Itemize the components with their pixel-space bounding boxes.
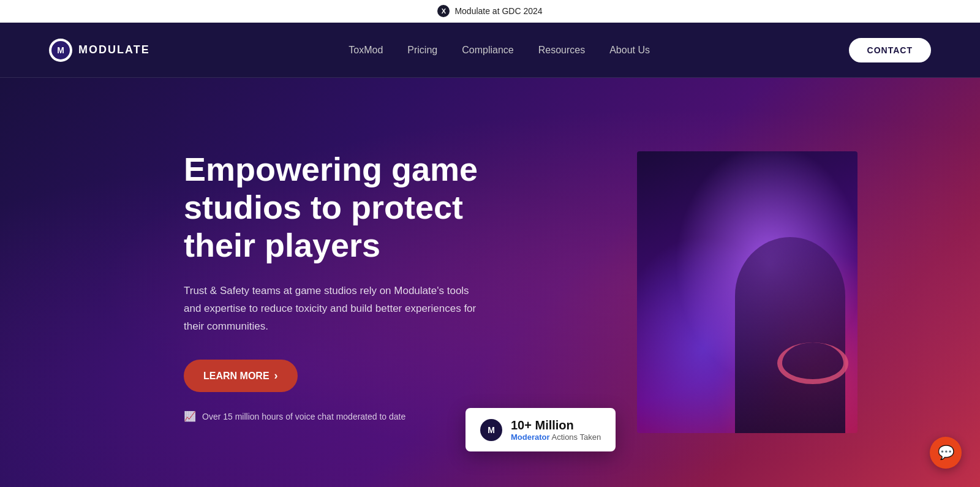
contact-button[interactable]: CONTACT bbox=[849, 38, 931, 62]
stats-number: 10+ Million bbox=[511, 418, 601, 432]
nav-link-toxmod[interactable]: ToxMod bbox=[349, 45, 383, 55]
arrow-icon: › bbox=[274, 369, 278, 382]
hero-image-bg bbox=[637, 151, 858, 433]
learn-more-button[interactable]: LEARN MORE › bbox=[184, 360, 298, 392]
logo-text: MODULATE bbox=[78, 43, 150, 56]
hero-title: Empowering game studios to protect their… bbox=[184, 150, 502, 264]
logo-letter: M bbox=[51, 41, 70, 59]
chart-icon: 📈 bbox=[184, 410, 196, 422]
nav-item-resources[interactable]: Resources bbox=[538, 45, 585, 56]
nav-links: ToxMod Pricing Compliance Resources Abou… bbox=[349, 45, 650, 56]
logo[interactable]: M MODULATE bbox=[49, 39, 150, 62]
stat-line: 📈 Over 15 million hours of voice chat mo… bbox=[184, 410, 502, 422]
stats-label-normal: Actions Taken bbox=[551, 432, 601, 442]
nav-item-about-us[interactable]: About Us bbox=[609, 45, 650, 56]
hero-section: Empowering game studios to protect their… bbox=[0, 78, 980, 487]
chat-button[interactable]: 💬 bbox=[930, 437, 962, 469]
stats-card: M 10+ Million Moderator Actions Taken bbox=[466, 408, 616, 451]
nav-link-about-us[interactable]: About Us bbox=[609, 45, 650, 55]
stats-label-highlight: Moderator bbox=[511, 432, 550, 442]
nav-item-compliance[interactable]: Compliance bbox=[462, 45, 513, 56]
hero-description: Trust & Safety teams at game studios rel… bbox=[184, 282, 478, 336]
announcement-bar: X Modulate at GDC 2024 bbox=[0, 0, 980, 23]
stat-text: Over 15 million hours of voice chat mode… bbox=[202, 412, 405, 421]
x-logo-icon: X bbox=[437, 5, 450, 17]
nav-item-pricing[interactable]: Pricing bbox=[407, 45, 437, 56]
stats-label: Moderator Actions Taken bbox=[511, 432, 601, 442]
chat-icon: 💬 bbox=[938, 445, 954, 461]
logo-icon: M bbox=[49, 39, 72, 62]
hero-image-side: M 10+ Million Moderator Actions Taken bbox=[502, 139, 858, 433]
hero-content: Empowering game studios to protect their… bbox=[184, 150, 502, 423]
announcement-text: Modulate at GDC 2024 bbox=[454, 6, 542, 16]
stats-card-logo: M bbox=[480, 419, 502, 441]
navbar: M MODULATE ToxMod Pricing Compliance Res… bbox=[0, 23, 980, 78]
hero-image bbox=[637, 151, 858, 433]
nav-link-pricing[interactable]: Pricing bbox=[407, 45, 437, 55]
nav-link-resources[interactable]: Resources bbox=[538, 45, 585, 55]
nav-item-toxmod[interactable]: ToxMod bbox=[349, 45, 383, 56]
stats-card-content: 10+ Million Moderator Actions Taken bbox=[511, 418, 601, 442]
nav-link-compliance[interactable]: Compliance bbox=[462, 45, 513, 55]
